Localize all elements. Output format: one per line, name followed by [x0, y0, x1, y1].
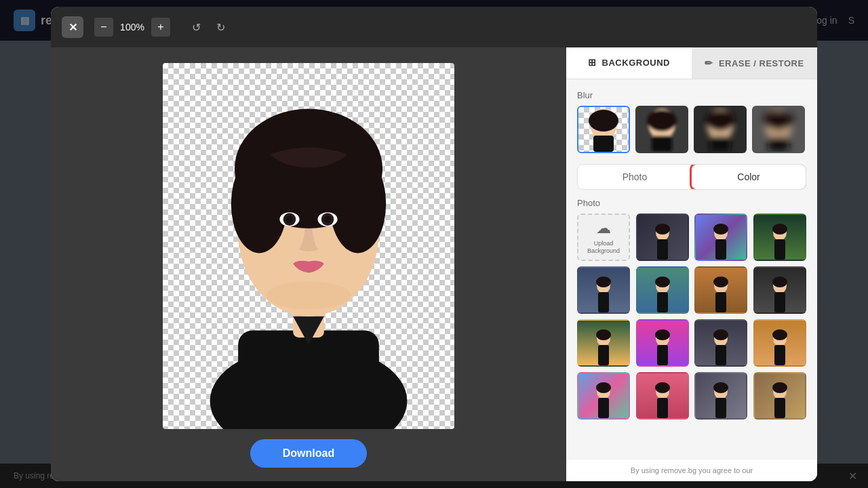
svg-point-7 [330, 155, 386, 253]
background-thumb-12[interactable] [577, 372, 630, 420]
svg-rect-65 [657, 398, 668, 418]
svg-point-58 [772, 329, 787, 340]
svg-point-25 [764, 110, 793, 131]
svg-rect-56 [715, 345, 726, 365]
tab-background[interactable]: ⊞ BACKGROUND [566, 47, 692, 79]
modal-backdrop: ✕ − 100% + ↺ ↻ [0, 0, 868, 488]
svg-point-49 [596, 329, 611, 340]
svg-point-13 [324, 216, 331, 222]
footer-text: By using remove.bg you agree to our [631, 466, 753, 474]
svg-rect-44 [715, 292, 726, 312]
zoom-controls: − 100% + [94, 18, 170, 37]
svg-point-22 [705, 110, 735, 131]
background-tab-label: BACKGROUND [602, 58, 670, 68]
upload-label: UploadBackground [587, 240, 620, 255]
svg-rect-35 [774, 239, 785, 260]
canvas-area: Download [51, 47, 566, 481]
background-thumb-7[interactable] [753, 266, 806, 314]
svg-rect-50 [598, 345, 609, 365]
svg-point-61 [596, 382, 611, 393]
zoom-in-button[interactable]: + [151, 18, 170, 37]
blur-option-1[interactable] [635, 106, 688, 153]
svg-point-6 [231, 155, 288, 253]
photo-toggle-button[interactable]: Photo [578, 165, 692, 189]
svg-rect-1 [238, 331, 379, 429]
close-button[interactable]: ✕ [62, 16, 83, 38]
svg-rect-53 [657, 345, 668, 365]
portrait-svg [163, 63, 454, 429]
svg-point-43 [713, 277, 728, 287]
background-thumb-6[interactable] [694, 266, 747, 314]
svg-rect-32 [715, 239, 726, 260]
svg-rect-41 [657, 292, 668, 312]
bottom-bar: By using remove.bg you agree to our [566, 459, 817, 481]
background-tab-icon: ⊞ [588, 57, 597, 68]
color-toggle-button[interactable]: Color [692, 165, 806, 189]
svg-point-55 [713, 329, 728, 340]
redo-button[interactable]: ↻ [211, 18, 230, 37]
panel-content: Blur [566, 79, 817, 459]
tab-bar: ⊞ BACKGROUND ✏ ERASE / RESTORE [566, 47, 817, 79]
undo-redo-controls: ↺ ↻ [186, 18, 230, 37]
svg-point-40 [655, 277, 670, 287]
background-thumb-15[interactable] [753, 372, 806, 420]
background-thumb-9[interactable] [636, 319, 689, 367]
svg-point-37 [596, 277, 611, 287]
right-panel: ⊞ BACKGROUND ✏ ERASE / RESTORE Blur [566, 47, 817, 481]
svg-point-67 [713, 382, 728, 393]
svg-rect-59 [774, 345, 785, 365]
svg-point-52 [655, 329, 670, 340]
background-thumb-14[interactable] [694, 372, 747, 420]
upload-background-button[interactable]: ☁ UploadBackground [577, 214, 630, 261]
modal-header: ✕ − 100% + ↺ ↻ [51, 7, 817, 47]
tab-erase-restore[interactable]: ✏ ERASE / RESTORE [692, 47, 817, 79]
svg-rect-38 [598, 292, 609, 312]
blur-option-2[interactable] [694, 106, 747, 153]
svg-rect-29 [657, 239, 668, 260]
svg-rect-47 [774, 292, 785, 312]
modal-body: Download ⊞ BACKGROUND ✏ ERASE / RESTORE [51, 47, 817, 481]
background-thumb-10[interactable] [694, 319, 747, 367]
svg-point-46 [772, 277, 787, 287]
blur-option-none[interactable] [577, 106, 630, 153]
background-thumb-1[interactable] [636, 214, 689, 261]
svg-point-14 [267, 281, 351, 310]
blur-option-3[interactable] [752, 106, 805, 153]
svg-point-34 [772, 224, 787, 235]
svg-rect-68 [715, 398, 726, 418]
undo-button[interactable]: ↺ [186, 18, 205, 37]
svg-point-10 [286, 216, 293, 222]
blur-label: Blur [577, 90, 806, 100]
svg-point-64 [655, 382, 670, 393]
svg-point-16 [589, 110, 618, 131]
svg-point-19 [647, 110, 677, 131]
background-thumb-4[interactable] [577, 266, 630, 314]
svg-rect-62 [598, 398, 609, 418]
background-thumb-3[interactable] [753, 214, 806, 261]
blur-row [577, 106, 806, 153]
erase-tab-icon: ✏ [705, 58, 713, 68]
download-button[interactable]: Download [250, 439, 367, 468]
background-thumb-2[interactable] [694, 214, 747, 261]
svg-rect-23 [710, 136, 730, 152]
photo-section-label: Photo [577, 198, 806, 208]
upload-icon: ☁ [596, 220, 611, 237]
svg-rect-20 [652, 136, 672, 152]
canvas-image [163, 63, 454, 429]
canvas-wrapper [64, 61, 553, 431]
zoom-out-button[interactable]: − [94, 18, 113, 37]
svg-point-28 [655, 224, 670, 235]
background-thumb-5[interactable] [636, 266, 689, 314]
zoom-level-display: 100% [119, 22, 146, 33]
svg-point-70 [772, 382, 787, 393]
background-thumb-8[interactable] [577, 319, 630, 367]
svg-rect-26 [768, 136, 789, 152]
background-thumb-13[interactable] [636, 372, 689, 420]
svg-rect-71 [774, 398, 785, 418]
background-thumb-11[interactable] [753, 319, 806, 367]
erase-tab-label: ERASE / RESTORE [719, 58, 804, 68]
editor-modal: ✕ − 100% + ↺ ↻ [51, 7, 817, 481]
photo-color-toggle: Photo Color [577, 164, 806, 190]
photo-grid: ☁ UploadBackground [577, 214, 806, 420]
svg-point-31 [713, 224, 728, 235]
